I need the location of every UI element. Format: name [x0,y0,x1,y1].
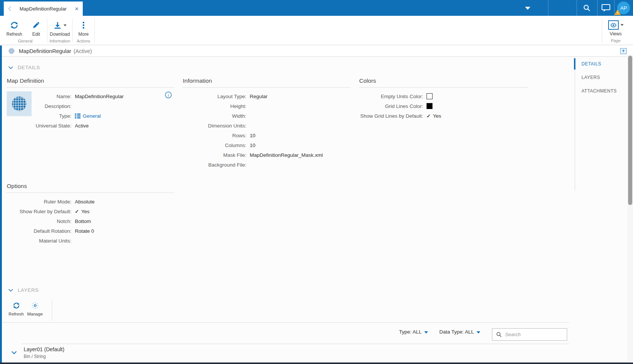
field-row-show-grid-lines: Show Grid Lines by Default: Yes [359,111,528,121]
views-caret-icon[interactable] [621,24,624,26]
field-row-show-ruler: Show Ruler by Default: Yes [7,206,174,216]
field-row-mask-file: Mask File: MapDefinitionRegular_Mask.xml [183,150,350,160]
field-row-columns: Columns: 10 [183,140,350,150]
layers-refresh-button[interactable]: Refresh [7,300,26,321]
list-icon [75,114,80,118]
field-row-dimension-units: Dimension Units: [183,121,350,130]
information-heading: Information [183,77,350,88]
tab-close-icon[interactable]: × [75,6,79,12]
field-label: Empty Units Color: [359,94,427,99]
gear-icon [31,300,39,310]
section-nav-details[interactable]: DETAILS [575,57,628,71]
field-label: Ruler Mode: [7,199,75,205]
map-thumbnail[interactable] [7,91,32,116]
field-label: Material Units: [7,238,75,244]
details-section-toggle[interactable]: DETAILS [8,65,40,70]
pencil-icon [32,20,40,30]
refresh-icon [10,20,19,30]
ribbon-group-label-information: Information [47,37,72,43]
layer-name: Layer01 (Default) [24,346,64,352]
search-icon[interactable] [581,3,592,12]
chevron-down-icon [424,331,428,334]
search-input[interactable] [504,331,567,338]
section-nav-attachments[interactable]: ATTACHMENTS [575,84,628,98]
field-label: Default Rotation: [7,228,75,234]
collapse-panel-button[interactable] [620,48,627,54]
top-bar: MapDefinitionRegular × AP ! [0,0,633,16]
layers-toolbar: Refresh Manage [7,300,52,321]
section-nav-layers[interactable]: LAYERS [575,71,628,84]
vertical-scrollbar[interactable] [627,55,633,362]
empty-units-color-swatch[interactable] [427,93,433,99]
scrollbar-thumb[interactable] [628,56,632,205]
views-button[interactable]: Views [602,19,629,36]
field-value: Regular [250,94,267,99]
layers-filter-bar: Type: ALL Data Type: ALL [2,322,569,344]
field-row-type: Type: General [7,111,174,121]
tab-title: MapDefinitionRegular [11,6,75,12]
wafer-icon [11,96,27,112]
layer-subtitle: Bin / String [24,354,46,359]
refresh-button-label: Refresh [6,32,22,37]
edit-button-label: Edit [32,32,40,37]
map-definition-icon [8,48,15,54]
search-icon [496,331,502,338]
info-icon[interactable]: i [165,91,172,99]
chevron-down-icon [8,66,13,69]
download-button[interactable]: Download [47,19,72,37]
topbar-separator [577,0,577,16]
field-row-notch: Notch: Bottom [7,216,174,226]
field-value: Yes [81,209,90,214]
field-label: Dimension Units: [183,123,250,129]
field-label: Notch: [7,218,75,224]
refresh-button[interactable]: Refresh [3,19,25,37]
field-label: Rows: [183,133,250,138]
data-type-filter-dropdown[interactable]: Data Type: ALL [439,329,480,335]
field-label: Height: [183,103,250,109]
edit-button[interactable]: Edit [25,19,47,37]
grid-lines-color-swatch[interactable] [427,103,433,109]
type-filter-dropdown[interactable]: Type: ALL [399,329,428,335]
window-bottom-edge [0,362,633,364]
field-row-empty-units-color: Empty Units Color: [359,91,528,101]
layers-search-box[interactable] [492,328,567,341]
layer-list-item[interactable]: Layer01 (Default) Bin / String [2,344,569,362]
views-button-label: Views [610,31,622,36]
field-row-background-file: Background File: [183,160,350,170]
map-definition-panel: Map Definition Name: MapDefinitionRegula… [7,77,174,130]
tab-back-chevron-icon[interactable] [8,6,11,11]
field-value: 10 [250,133,255,138]
svg-text:i: i [168,93,169,97]
type-link[interactable]: General [83,113,101,119]
download-caret-icon[interactable] [64,24,67,26]
tab-list-dropdown-icon[interactable] [525,6,531,10]
chevron-down-icon [8,289,13,292]
colors-heading: Colors [359,77,528,88]
download-button-label: Download [50,32,70,37]
field-row-layout-type: Layout Type: Regular [183,91,350,101]
field-row-ruler-mode: Ruler Mode: Absolute [7,197,174,206]
record-title: MapDefinitionRegular [19,48,71,54]
layers-manage-button[interactable]: Manage [26,300,44,321]
details-section-label: DETAILS [18,65,40,70]
colors-panel: Colors Empty Units Color: Grid Lines Col… [359,77,528,121]
field-label: Columns: [183,143,250,148]
more-button[interactable]: More [73,19,94,37]
ribbon-group-page: Views Page [602,19,629,42]
chevron-down-icon [477,331,480,334]
field-row-rows: Rows: 10 [183,130,350,140]
field-value: MapDefinitionRegular_Mask.xml [250,152,323,158]
eye-icon [608,20,619,30]
check-icon [75,209,79,214]
chevron-down-icon[interactable] [11,351,17,355]
field-value: Absolute [75,199,95,205]
document-tab[interactable]: MapDefinitionRegular × [4,2,83,16]
app-window: MapDefinitionRegular × AP ! [0,0,633,364]
feedback-chat-icon[interactable] [600,3,612,12]
ribbon-group-actions: More Actions [73,19,95,42]
field-label: Layout Type: [183,94,250,99]
layers-manage-label: Manage [27,312,43,316]
field-label: Show Grid Lines by Default: [359,113,427,119]
layers-section-toggle[interactable]: LAYERS [8,287,39,293]
layers-section-label: LAYERS [18,287,39,293]
